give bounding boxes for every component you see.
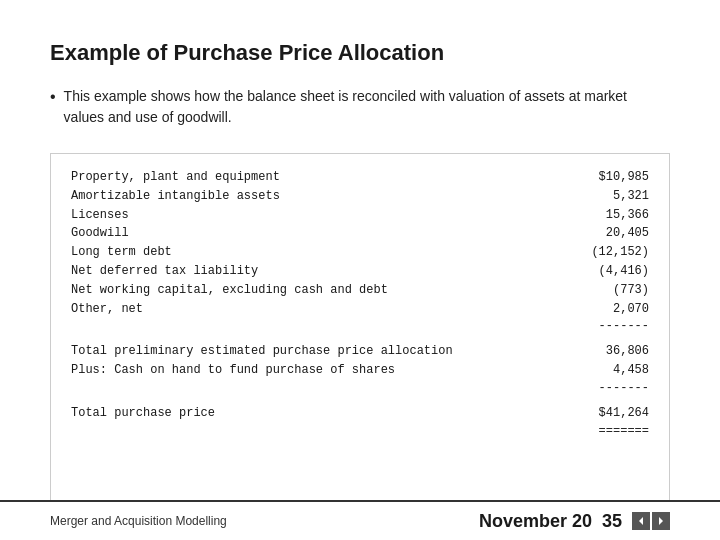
row-value: 20,405 [569, 225, 649, 242]
separator-equals: ======= [569, 424, 649, 438]
bullet-text: This example shows how the balance sheet… [64, 86, 670, 128]
separator-row: ------- [71, 319, 649, 333]
row-label: Property, plant and equipment [71, 169, 569, 186]
row-label: Licenses [71, 207, 569, 224]
next-arrow[interactable] [652, 512, 670, 530]
table-row: Goodwill 20,405 [71, 225, 649, 242]
row-value: 4,458 [569, 362, 649, 379]
footer-page: 35 [602, 511, 622, 532]
svg-marker-0 [639, 517, 643, 525]
table-row: Amortizable intangible assets 5,321 [71, 188, 649, 205]
row-value: 15,366 [569, 207, 649, 224]
row-value: 5,321 [569, 188, 649, 205]
row-value: (773) [569, 282, 649, 299]
prev-arrow[interactable] [632, 512, 650, 530]
row-value: $10,985 [569, 169, 649, 186]
row-label: Goodwill [71, 225, 569, 242]
row-label: Long term debt [71, 244, 569, 261]
row-value: (12,152) [569, 244, 649, 261]
row-label: Total preliminary estimated purchase pri… [71, 343, 569, 360]
slide-container: Example of Purchase Price Allocation • T… [0, 0, 720, 540]
row-label: Net working capital, excluding cash and … [71, 282, 569, 299]
separator-dashes: ------- [569, 381, 649, 395]
footer-bar: Merger and Acquisition Modelling Novembe… [0, 500, 720, 540]
row-value: 36,806 [569, 343, 649, 360]
separator-dashes: ------- [569, 319, 649, 333]
table-row: Total preliminary estimated purchase pri… [71, 343, 649, 360]
separator-row: ------- [71, 381, 649, 395]
row-label: Total purchase price [71, 405, 569, 422]
row-value: (4,416) [569, 263, 649, 280]
bullet-symbol: • [50, 85, 56, 109]
row-label: Amortizable intangible assets [71, 188, 569, 205]
row-label: Other, net [71, 301, 569, 318]
table-row: Property, plant and equipment $10,985 [71, 169, 649, 186]
table-row: Total purchase price $41,264 [71, 405, 649, 422]
table-row: Licenses 15,366 [71, 207, 649, 224]
svg-marker-1 [659, 517, 663, 525]
bullet-point: • This example shows how the balance she… [50, 86, 670, 128]
footer-label: Merger and Acquisition Modelling [50, 514, 227, 528]
financial-table: Property, plant and equipment $10,985 Am… [50, 153, 670, 510]
footer-date: November 20 [479, 511, 592, 532]
row-label: Net deferred tax liability [71, 263, 569, 280]
row-value: $41,264 [569, 405, 649, 422]
row-label: Plus: Cash on hand to fund purchase of s… [71, 362, 569, 379]
table-row: Net working capital, excluding cash and … [71, 282, 649, 299]
table-row: Other, net 2,070 [71, 301, 649, 318]
table-row: Plus: Cash on hand to fund purchase of s… [71, 362, 649, 379]
row-value: 2,070 [569, 301, 649, 318]
nav-arrows[interactable] [632, 512, 670, 530]
footer-right: November 20 35 [479, 511, 670, 532]
prev-arrow-icon [636, 516, 646, 526]
table-row: Long term debt (12,152) [71, 244, 649, 261]
table-row: Net deferred tax liability (4,416) [71, 263, 649, 280]
separator-row: ======= [71, 424, 649, 438]
next-arrow-icon [656, 516, 666, 526]
slide-title: Example of Purchase Price Allocation [50, 40, 670, 66]
